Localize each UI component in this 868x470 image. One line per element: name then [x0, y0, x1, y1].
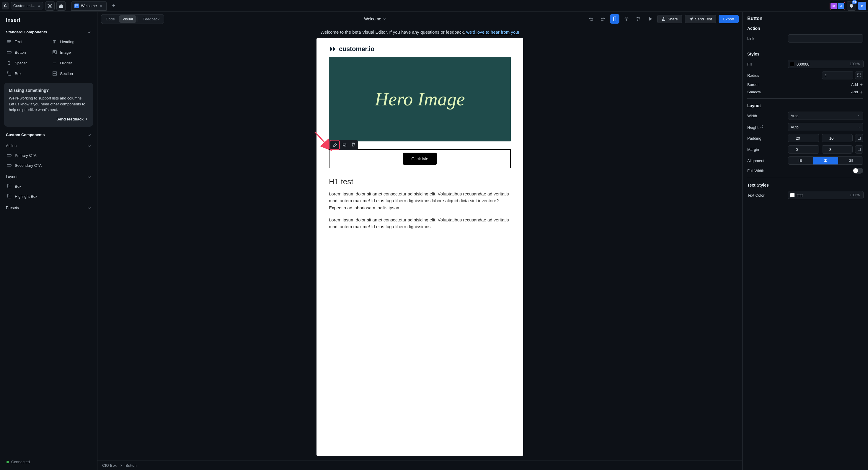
share-button[interactable]: Share: [657, 15, 682, 23]
canvas-click-me-button[interactable]: Click Me: [403, 153, 437, 165]
component-text[interactable]: Text: [4, 37, 49, 46]
fill-hex-input[interactable]: [797, 62, 846, 66]
play-icon: [648, 17, 652, 21]
notifications-button[interactable]: 19: [847, 1, 856, 11]
customer-io-logo-icon: [329, 45, 337, 53]
padding-expand-button[interactable]: [855, 134, 863, 142]
text-color-input[interactable]: 100 %: [788, 191, 864, 199]
notification-count: 19: [852, 0, 857, 4]
action-group-header[interactable]: Action: [3, 141, 94, 150]
duplicate-block-button[interactable]: [340, 140, 349, 149]
group-label: Layout: [6, 175, 18, 179]
standard-components-header[interactable]: Standard Components: [3, 27, 94, 37]
hero-image-block[interactable]: Hero Image: [329, 57, 511, 142]
component-heading[interactable]: Heading: [49, 37, 94, 46]
workspace-switcher[interactable]: Customer.i…: [11, 2, 43, 9]
shadow-label: Shadow: [747, 90, 786, 94]
padding-label: Padding: [747, 136, 786, 140]
breadcrumb-item[interactable]: Button: [125, 463, 137, 468]
redo-button[interactable]: [598, 14, 608, 24]
border-label: Border: [747, 82, 786, 87]
align-left-button[interactable]: [788, 157, 813, 164]
component-section[interactable]: Section: [49, 68, 94, 79]
send-test-button[interactable]: Send Test: [685, 15, 717, 23]
align-right-icon: [848, 158, 853, 163]
padding-v-input[interactable]: [822, 134, 853, 142]
svg-rect-5: [53, 74, 56, 75]
component-image[interactable]: Image: [49, 47, 94, 57]
home-button[interactable]: [56, 1, 66, 11]
breadcrumb-item[interactable]: CIO Box: [102, 463, 117, 468]
component-button[interactable]: Button: [4, 47, 49, 57]
presets-group-header[interactable]: Presets: [3, 203, 94, 212]
banner-link[interactable]: we'd love to hear from you!: [466, 30, 519, 35]
component-box[interactable]: Box: [4, 68, 49, 79]
component-divider[interactable]: Divider: [49, 58, 94, 68]
link-label: Link: [747, 36, 786, 41]
user-avatar[interactable]: B: [858, 2, 866, 10]
settings-button[interactable]: [622, 14, 631, 24]
presence-avatars[interactable]: M J: [830, 2, 845, 10]
send-feedback-link[interactable]: Send feedback: [9, 116, 88, 122]
visual-mode-button[interactable]: Visual: [119, 15, 136, 23]
radius-input[interactable]: [822, 71, 853, 80]
close-tab-icon[interactable]: [99, 4, 103, 8]
padding-v-icon: [824, 136, 828, 140]
align-center-button[interactable]: [813, 157, 838, 164]
canvas-paragraph-1[interactable]: Lorem ipsum dolor sit amet consectetur a…: [329, 190, 511, 211]
edit-block-button[interactable]: [330, 140, 339, 149]
document-tab[interactable]: Welcome: [71, 1, 106, 11]
align-right-button[interactable]: [838, 157, 863, 164]
margin-h-input[interactable]: [788, 145, 819, 154]
component-secondary-cta[interactable]: Secondary CTA: [4, 160, 94, 170]
insert-title: Insert: [3, 15, 94, 27]
radius-expand-button[interactable]: [855, 71, 863, 80]
full-width-toggle[interactable]: [852, 168, 863, 174]
canvas-paragraph-2[interactable]: Lorem ipsum dolor sit amet consectetur a…: [329, 216, 511, 230]
document-title-dropdown[interactable]: Welcome: [166, 17, 584, 21]
selected-button-block[interactable]: Click Me: [329, 149, 511, 168]
export-button[interactable]: Export: [719, 15, 739, 23]
text-color-hex-input[interactable]: [797, 193, 846, 197]
undo-button[interactable]: [586, 14, 596, 24]
width-select[interactable]: Auto: [788, 112, 863, 120]
component-primary-cta[interactable]: Primary CTA: [4, 150, 94, 160]
plus-icon: [859, 83, 863, 87]
delete-block-button[interactable]: [349, 140, 358, 149]
component-highlight-box[interactable]: Highlight Box: [4, 191, 94, 201]
missing-info-card: Missing something? We're working to supp…: [4, 83, 93, 127]
add-shadow-button[interactable]: Add: [851, 90, 863, 94]
add-tab-button[interactable]: +: [110, 2, 118, 10]
component-layout-box[interactable]: Box: [4, 181, 94, 191]
alignment-label: Alignment: [747, 159, 786, 163]
padding-h-input[interactable]: [788, 134, 819, 142]
custom-components-header[interactable]: Custom Components: [3, 130, 94, 139]
canvas-h1[interactable]: H1 test: [329, 177, 511, 186]
height-select[interactable]: Auto: [788, 123, 863, 131]
sliders-button[interactable]: [633, 14, 643, 24]
reset-height-button[interactable]: [760, 125, 764, 130]
color-swatch[interactable]: [790, 62, 795, 66]
fill-color-input[interactable]: 100 %: [788, 60, 864, 68]
link-input[interactable]: [788, 34, 863, 42]
code-mode-button[interactable]: Code: [102, 15, 118, 23]
layout-group-header[interactable]: Layout: [3, 172, 94, 181]
svg-rect-9: [7, 194, 11, 198]
email-canvas[interactable]: customer.io Hero Image: [316, 38, 523, 456]
margin-v-input[interactable]: [822, 145, 853, 154]
feedback-mode-button[interactable]: Feedback: [139, 15, 163, 23]
text-styles-heading: Text Styles: [747, 183, 863, 187]
play-button[interactable]: [645, 14, 655, 24]
selection-toolbar: [330, 139, 358, 150]
layers-button[interactable]: [45, 1, 55, 11]
width-label: Width: [747, 114, 786, 118]
color-swatch[interactable]: [790, 193, 795, 197]
margin-expand-button[interactable]: [855, 145, 863, 154]
device-preview-button[interactable]: [610, 14, 619, 24]
text-color-opacity[interactable]: 100 %: [848, 193, 862, 197]
radius-label: Radius: [747, 73, 786, 77]
fill-opacity[interactable]: 100 %: [848, 62, 862, 66]
component-spacer[interactable]: Spacer: [4, 58, 49, 68]
undo-icon: [589, 17, 593, 21]
add-border-button[interactable]: Add: [851, 82, 863, 87]
